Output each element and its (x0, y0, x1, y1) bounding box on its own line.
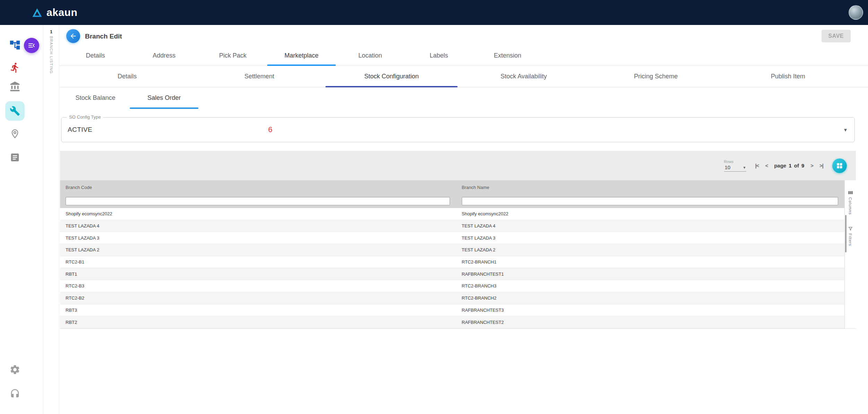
so-config-type-label: SO Config Type (67, 114, 103, 120)
document-icon[interactable] (10, 152, 20, 163)
tab-label: Marketplace (284, 52, 318, 59)
filter-cell-branch-name (456, 197, 844, 205)
hierarchy-icon[interactable] (9, 39, 21, 51)
wrench-icon (10, 106, 20, 116)
table-row[interactable]: RBT1RAFBRANCHTEST1 (60, 268, 844, 280)
cell-branch-name: RTC2-BRANCH1 (456, 259, 844, 265)
grid-view-button[interactable] (832, 158, 847, 173)
cell-branch-name: RAFBRANCHTEST1 (456, 271, 844, 277)
tab-pick-pack[interactable]: Pick Pack (198, 46, 267, 66)
grid-icon (836, 162, 843, 169)
tab-stock-availability[interactable]: Stock Availability (458, 66, 590, 87)
filter-cell-branch-code (60, 197, 456, 205)
table-row[interactable]: RBT2RAFBRANCHTEST2 (60, 316, 844, 328)
activity-icon[interactable] (9, 62, 20, 73)
prev-page-button[interactable]: < (765, 163, 768, 169)
sidebar-toggle-button[interactable] (24, 38, 39, 53)
tab-stock-balance[interactable]: Stock Balance (61, 87, 130, 109)
cell-branch-code: RTC2-B1 (60, 259, 456, 265)
tab-location[interactable]: Location (336, 46, 405, 66)
user-avatar[interactable] (849, 5, 863, 20)
tab-labels[interactable]: Labels (405, 46, 473, 66)
save-button[interactable]: SAVE (822, 30, 851, 42)
tab-label: Stock Availability (501, 73, 547, 80)
table-row[interactable]: RTC2-B3RTC2-BRANCH3 (60, 280, 844, 292)
filters-panel-button[interactable]: Filters (845, 226, 856, 246)
rows-per-page-select[interactable]: 10 (724, 164, 746, 172)
so-config-type-select[interactable]: SO Config Type ACTIVE 6 (61, 117, 855, 142)
cell-branch-code: RBT1 (60, 271, 456, 277)
filter-funnel-icon (848, 226, 853, 231)
main-content: Branch Edit SAVE Details Address Pick Pa… (59, 25, 868, 414)
cell-branch-code: RTC2-B2 (60, 295, 456, 301)
cell-branch-name: RTC2-BRANCH2 (456, 295, 844, 301)
vertical-tab-number: 1 (50, 29, 52, 34)
first-page-button[interactable]: |< (755, 163, 759, 169)
back-button[interactable] (66, 29, 80, 43)
total-pages: 9 (801, 163, 804, 169)
bank-icon[interactable] (9, 81, 20, 92)
table-row[interactable]: RTC2-B1RTC2-BRANCH1 (60, 256, 844, 268)
table-toolbar: Rows 10 |< < page 1 of 9 > >| (60, 151, 856, 180)
active-tab-indicator (130, 107, 198, 109)
cell-branch-code: RBT3 (60, 308, 456, 313)
cell-branch-name: TEST LAZADA 4 (456, 223, 844, 228)
branch-name-filter-input[interactable] (462, 197, 838, 205)
table-row[interactable]: RTC2-B2RTC2-BRANCH2 (60, 292, 844, 304)
columns-panel-button[interactable]: Columns (845, 190, 856, 215)
table-row[interactable]: Shopify ecomsync2022Shopify ecomsync2022 (60, 208, 844, 220)
cell-branch-code: TEST LAZADA 4 (60, 223, 456, 228)
menu-open-icon (27, 41, 36, 50)
so-config-type-value: ACTIVE (68, 126, 92, 133)
brand-triangle-icon (32, 8, 42, 17)
tab-publish-item[interactable]: Publish Item (722, 66, 854, 87)
caret-down-icon (844, 127, 847, 133)
tab-settlement[interactable]: Settlement (193, 66, 325, 87)
support-headset-icon[interactable] (10, 389, 20, 399)
last-page-button[interactable]: >| (819, 163, 823, 169)
tab-pricing-scheme[interactable]: Pricing Scheme (590, 66, 722, 87)
table-header-row: Branch Code Branch Name (60, 180, 844, 194)
cell-branch-code: RTC2-B3 (60, 283, 456, 288)
cell-branch-name: RAFBRANCHTEST3 (456, 308, 844, 313)
annotation-marker: 6 (268, 125, 272, 134)
app-root: akaun (0, 0, 868, 414)
current-page: 1 (789, 163, 791, 169)
tab-sales-order[interactable]: Sales Order (130, 87, 198, 109)
rows-label: Rows (724, 159, 746, 164)
filters-panel-label: Filters (848, 233, 852, 246)
rows-per-page-widget: Rows 10 (724, 159, 746, 172)
settings-gear-icon[interactable] (9, 364, 20, 375)
tab-marketplace[interactable]: Marketplace (267, 46, 336, 66)
next-page-button[interactable]: > (810, 163, 813, 169)
branch-code-filter-input[interactable] (66, 197, 450, 205)
table-row[interactable]: RBT3RAFBRANCHTEST3 (60, 304, 844, 317)
tab-mp-details[interactable]: Details (61, 66, 193, 87)
table-row[interactable]: TEST LAZADA 3TEST LAZADA 3 (60, 232, 844, 244)
cell-branch-code: Shopify ecomsync2022 (60, 211, 456, 216)
wrench-active-item[interactable] (5, 101, 25, 121)
tab-extension[interactable]: Extension (473, 46, 542, 66)
vertical-tab-branch-listing[interactable]: 1 BRANCH LISTING (43, 25, 59, 414)
page-word: page (774, 163, 786, 169)
tab-label: Stock Balance (75, 94, 115, 102)
location-pin-icon[interactable] (10, 129, 20, 139)
tab-address[interactable]: Address (130, 46, 198, 66)
cell-branch-name: TEST LAZADA 3 (456, 235, 844, 241)
cell-branch-name: Shopify ecomsync2022 (456, 211, 844, 216)
column-header-branch-code: Branch Code (60, 185, 456, 190)
tab-label: Address (153, 52, 176, 59)
vertical-tab-label: BRANCH LISTING (49, 36, 53, 74)
table-side-panel: Columns Filters (844, 180, 856, 328)
table-main: Branch Code Branch Name Shopify ecomsync… (60, 180, 844, 328)
brand-name: akaun (46, 7, 77, 18)
tab-label: Publish Item (771, 73, 805, 80)
arrow-back-icon (69, 32, 77, 40)
branch-table: Branch Code Branch Name Shopify ecomsync… (60, 180, 856, 329)
table-filter-row (60, 194, 844, 208)
tab-details[interactable]: Details (61, 46, 130, 66)
tab-stock-configuration[interactable]: Stock Configuration (325, 66, 458, 87)
cell-branch-name: TEST LAZADA 2 (456, 247, 844, 252)
table-row[interactable]: TEST LAZADA 4TEST LAZADA 4 (60, 220, 844, 232)
table-row[interactable]: TEST LAZADA 2TEST LAZADA 2 (60, 244, 844, 256)
